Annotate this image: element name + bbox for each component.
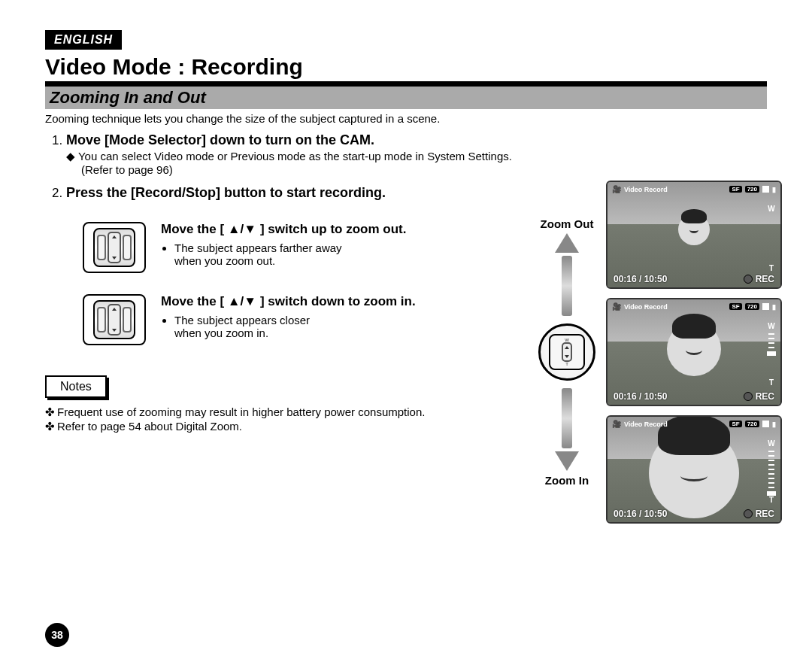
zoom-out-desc: The subject appears farther away when yo…: [174, 241, 406, 267]
lcd-time: 00:16 / 10:50: [614, 274, 667, 284]
battery-icon: ▮: [772, 186, 776, 193]
lcd-res: 720: [745, 186, 759, 193]
switch-diagram-down: [83, 294, 146, 345]
zoom-arrow-column: Zoom Out W T Zoom In: [538, 217, 595, 487]
lcd-mode: Video Record: [624, 186, 668, 193]
step-1-note: You can select Video mode or Previous mo…: [66, 150, 525, 163]
note-1: Frequent use of zooming may result in hi…: [57, 405, 767, 418]
zoom-in-desc: The subject appears closer when you zoom…: [174, 314, 416, 339]
zoom-out-title: Move the [ ▲/▼ ] switch up to zoom out.: [161, 222, 406, 237]
lcd-quality: SF: [729, 186, 741, 193]
step-2-title: Press the [Record/Stop] button to start …: [66, 185, 525, 201]
section-title: Zooming In and Out: [45, 87, 767, 109]
note-2: Refer to page 54 about Digital Zoom.: [57, 420, 767, 433]
camcorder-icon: 🎥: [612, 185, 621, 193]
zoom-in-block: Move the [ ▲/▼ ] switch down to zoom in.…: [83, 294, 504, 345]
step-1-ref: (Refer to page 96): [81, 163, 525, 176]
rec-dot-icon: [744, 275, 753, 284]
intro-text: Zooming technique lets you change the si…: [45, 112, 767, 125]
step-1-title: Move [Mode Selector] down to turn on the…: [66, 132, 525, 148]
notes-heading: Notes: [45, 375, 107, 398]
zoom-out-block: Move the [ ▲/▼ ] switch up to zoom out. …: [83, 222, 504, 273]
zoom-out-label: Zoom Out: [541, 217, 594, 230]
switch-circle-icon: W T: [538, 323, 595, 381]
lcd-preview-1: 🎥 Video Record SF 720 ▮ WT 00:16 / 10:50…: [606, 181, 782, 289]
zoom-in-label: Zoom In: [545, 474, 589, 487]
page-number: 38: [45, 623, 69, 647]
arrow-down-icon: [555, 451, 579, 471]
camcorder-icon: 🎥: [612, 302, 621, 311]
arrow-up-icon: [555, 233, 579, 253]
page-title: Video Mode : Recording: [45, 54, 767, 87]
lcd-preview-2: 🎥 Video Record SF720 ▮ WT 00:16 / 10:50 …: [606, 298, 782, 406]
switch-diagram-up: [83, 222, 146, 273]
rec-label: REC: [756, 274, 774, 284]
language-tab: ENGLISH: [45, 30, 122, 50]
zoom-in-title: Move the [ ▲/▼ ] switch down to zoom in.: [161, 294, 416, 309]
memory-icon: [762, 186, 769, 193]
